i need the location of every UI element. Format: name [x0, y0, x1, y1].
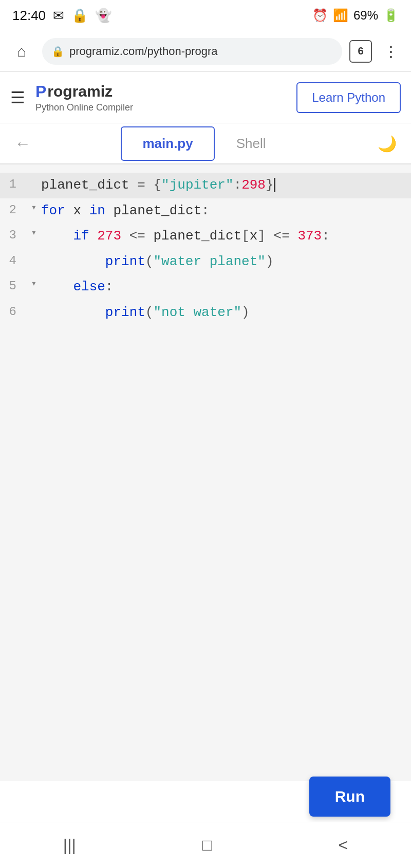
code-content-5: else:: [41, 276, 411, 298]
tab-main-py[interactable]: main.py: [121, 126, 214, 161]
nav-recent-apps[interactable]: |||: [43, 827, 97, 863]
signal-bars: 📶: [333, 8, 348, 23]
editor-tabs: main.py Shell: [121, 126, 287, 161]
code-line-4: 4 print("water planet"): [0, 249, 411, 275]
fold-2: ▾: [27, 200, 41, 215]
header-left: ☰ Programiz Python Online Compiler: [10, 82, 133, 113]
run-button-container: Run: [309, 777, 390, 817]
hamburger-menu[interactable]: ☰: [10, 88, 25, 107]
time: 12:40: [12, 8, 46, 24]
code-line-3: 3 ▾ if 273 <= planet_dict[x] <= 373:: [0, 224, 411, 249]
battery-icon: 🔋: [383, 8, 399, 23]
snapchat-icon: 👻: [95, 8, 111, 24]
logo-subtitle: Python Online Compiler: [35, 102, 133, 113]
logo-p-letter: P: [35, 82, 46, 101]
battery-level: 69%: [353, 8, 378, 23]
logo: Programiz: [35, 82, 133, 101]
nav-bar: ||| □ <: [0, 822, 411, 868]
notification-icon: 🔒: [71, 8, 88, 24]
mail-icon: ✉: [53, 8, 64, 24]
app-header: ☰ Programiz Python Online Compiler Learn…: [0, 72, 411, 123]
line-num-2: 2: [0, 200, 27, 220]
back-button[interactable]: ←: [10, 130, 35, 157]
logo-area: Programiz Python Online Compiler: [35, 82, 133, 113]
url-text: programiz.com/python-progra: [69, 45, 218, 58]
nav-back[interactable]: <: [317, 827, 368, 863]
code-content-1: planet_dict = {"jupiter":298}: [41, 175, 411, 196]
line-num-5: 5: [0, 276, 27, 296]
url-bar[interactable]: 🔒 programiz.com/python-progra: [42, 38, 342, 65]
line-num-3: 3: [0, 226, 27, 245]
code-line-1: 1 planet_dict = {"jupiter":298}: [0, 173, 411, 198]
browser-bar: ⌂ 🔒 programiz.com/python-progra 6 ⋮: [0, 31, 411, 72]
tab-shell[interactable]: Shell: [215, 126, 288, 161]
code-line-2: 2 ▾ for x in planet_dict:: [0, 198, 411, 224]
code-line-6: 6 print("not water"): [0, 300, 411, 326]
alarm-icon: ⏰: [312, 8, 328, 23]
line-num-6: 6: [0, 302, 27, 322]
code-content-6: print("not water"): [41, 302, 411, 324]
code-editor[interactable]: 1 planet_dict = {"jupiter":298} 2 ▾ for …: [0, 164, 411, 781]
home-button[interactable]: ⌂: [8, 38, 35, 65]
fold-5: ▾: [27, 276, 41, 291]
code-content-3: if 273 <= planet_dict[x] <= 373:: [41, 226, 411, 247]
dark-mode-toggle[interactable]: 🌙: [373, 131, 401, 157]
learn-python-button[interactable]: Learn Python: [296, 82, 401, 113]
line-num-1: 1: [0, 175, 27, 194]
run-button[interactable]: Run: [309, 777, 390, 817]
status-right: ⏰ 📶 69% 🔋: [312, 8, 399, 23]
code-content-4: print("water planet"): [41, 251, 411, 273]
nav-home[interactable]: □: [181, 827, 232, 863]
status-left: 12:40 ✉ 🔒 👻: [12, 8, 111, 24]
line-num-4: 4: [0, 251, 27, 271]
code-line-5: 5 ▾ else:: [0, 274, 411, 300]
lock-icon: 🔒: [51, 45, 64, 58]
logo-rest: rogramiz: [47, 83, 113, 100]
browser-menu-button[interactable]: ⋮: [379, 38, 403, 64]
tab-count-badge[interactable]: 6: [349, 40, 372, 63]
code-content-2: for x in planet_dict:: [41, 200, 411, 222]
status-bar: 12:40 ✉ 🔒 👻 ⏰ 📶 69% 🔋: [0, 0, 411, 31]
fold-3: ▾: [27, 226, 41, 241]
tab-bar: ← main.py Shell 🌙: [0, 123, 411, 164]
